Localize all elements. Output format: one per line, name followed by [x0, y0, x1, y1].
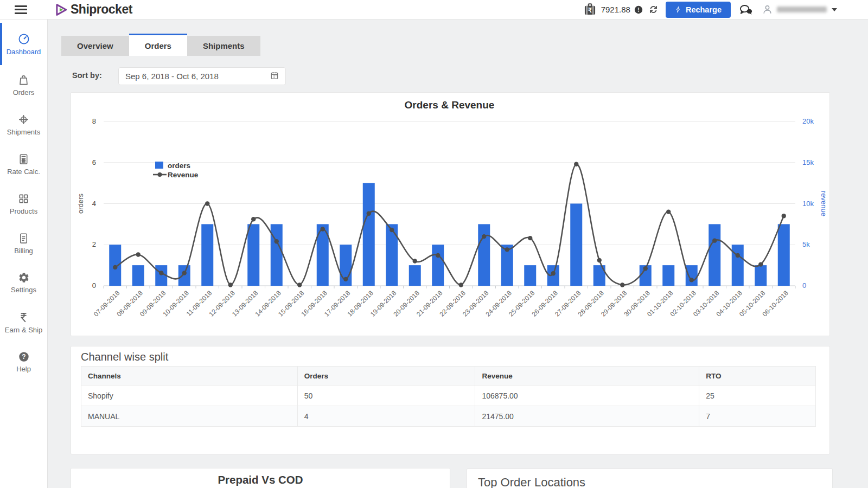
- billing-document-icon: [17, 232, 30, 245]
- user-name-blurred[interactable]: [777, 7, 827, 12]
- dashboard-icon: [17, 33, 30, 46]
- col-header-rto: RTO: [699, 367, 816, 386]
- rupee-icon: [17, 311, 30, 324]
- table-cell: Shopify: [81, 386, 298, 406]
- sidebar: Dashboard Orders Shipments Rate Calc. Pr…: [0, 20, 48, 488]
- table-cell: 25: [699, 386, 816, 406]
- sidebar-item-label: Settings: [11, 286, 36, 294]
- brand-name: Shiprocket: [71, 2, 132, 17]
- svg-text:15k: 15k: [802, 158, 814, 166]
- channel-split-title: Channel wise split: [81, 351, 168, 363]
- chat-icon[interactable]: [739, 3, 754, 16]
- date-range-value: Sep 6, 2018 - Oct 6, 2018: [125, 72, 219, 81]
- sidebar-item-dashboard[interactable]: Dashboard: [0, 23, 47, 65]
- svg-text:8: 8: [92, 117, 96, 125]
- sidebar-item-label: Dashboard: [7, 48, 41, 56]
- sidebar-item-label: Help: [16, 365, 31, 373]
- col-header-revenue: Revenue: [475, 367, 699, 386]
- shiprocket-logo-icon: [53, 2, 69, 18]
- tab-orders[interactable]: Orders: [129, 34, 187, 56]
- top-order-locations-title: Top Order Locations: [478, 476, 832, 488]
- refresh-icon[interactable]: [649, 5, 658, 14]
- table-cell: 21475.00: [475, 406, 699, 427]
- tab-shipments[interactable]: Shipments: [187, 36, 260, 56]
- sidebar-item-help[interactable]: ? Help: [0, 342, 47, 382]
- calculator-icon: [17, 153, 30, 165]
- svg-text:0: 0: [802, 281, 806, 290]
- user-avatar-icon[interactable]: [762, 4, 773, 15]
- channel-table: Channels Orders Revenue RTO Shopify50106…: [81, 366, 816, 427]
- svg-text:10k: 10k: [802, 200, 814, 208]
- sidebar-item-billing[interactable]: Billing: [0, 223, 47, 263]
- chevron-down-icon[interactable]: [832, 8, 837, 11]
- svg-text:6: 6: [92, 158, 96, 166]
- calendar-icon: [270, 71, 279, 81]
- sidebar-item-label: Products: [10, 207, 37, 215]
- prepaid-vs-cod-card: Prepaid Vs COD: [71, 468, 450, 488]
- svg-text:Orders & Revenue: Orders & Revenue: [405, 99, 495, 111]
- shiprocket-logo[interactable]: Shiprocket: [53, 2, 132, 18]
- col-header-channels: Channels: [81, 367, 298, 386]
- hamburger-menu-icon[interactable]: [15, 5, 27, 14]
- shipments-target-icon: [17, 113, 30, 126]
- svg-text:Revenue: Revenue: [168, 171, 199, 179]
- sidebar-item-label: Shipments: [7, 128, 40, 136]
- table-cell: 7: [699, 406, 816, 427]
- table-cell: MANUAL: [81, 406, 298, 427]
- orders-revenue-chart: 0025k410k615k820kordersrevenueOrders & R…: [71, 93, 829, 336]
- svg-text:orders: orders: [168, 162, 190, 170]
- svg-text:orders: orders: [76, 194, 85, 214]
- sidebar-item-label: Billing: [14, 247, 33, 255]
- tab-label: Overview: [77, 41, 113, 50]
- sidebar-item-settings[interactable]: Settings: [0, 263, 47, 303]
- sidebar-item-products[interactable]: Products: [0, 184, 47, 223]
- svg-text:20k: 20k: [802, 117, 814, 125]
- table-cell: 50: [297, 386, 475, 406]
- svg-text:!: !: [637, 7, 639, 12]
- svg-text:2: 2: [92, 240, 96, 248]
- sidebar-item-label: Earn & Ship: [5, 326, 42, 334]
- date-range-input[interactable]: Sep 6, 2018 - Oct 6, 2018: [118, 67, 286, 85]
- svg-text:0: 0: [92, 281, 96, 290]
- tab-bar: Overview Orders Shipments: [61, 34, 260, 56]
- tab-overview[interactable]: Overview: [61, 36, 129, 56]
- sidebar-item-earn-ship[interactable]: Earn & Ship: [0, 303, 47, 342]
- tab-label: Orders: [145, 41, 171, 50]
- sidebar-item-label: Orders: [13, 88, 35, 97]
- svg-text:5k: 5k: [802, 240, 810, 248]
- sidebar-item-shipments[interactable]: Shipments: [0, 105, 47, 144]
- top-navbar: Shiprocket ₹ 7921.88 ! Recharge: [0, 0, 868, 20]
- table-cell: 4: [297, 406, 475, 427]
- info-icon[interactable]: !: [634, 5, 643, 14]
- table-cell: 106875.00: [475, 386, 699, 406]
- lightning-icon: [675, 5, 682, 14]
- svg-text:?: ?: [22, 353, 25, 361]
- wallet-balance: 7921.88: [601, 5, 630, 14]
- tab-label: Shipments: [203, 41, 245, 50]
- sidebar-item-label: Rate Calc.: [7, 168, 40, 176]
- recharge-label: Recharge: [686, 5, 722, 14]
- orders-bag-icon: [17, 74, 30, 86]
- wallet-icon: ₹: [583, 2, 597, 17]
- sort-by-label: Sort by:: [72, 71, 102, 80]
- help-icon: ?: [18, 351, 30, 363]
- col-header-orders: Orders: [297, 367, 475, 386]
- settings-gear-icon: [18, 272, 30, 284]
- sidebar-item-rate-calc[interactable]: Rate Calc.: [0, 144, 47, 184]
- sidebar-item-orders[interactable]: Orders: [0, 65, 47, 105]
- table-header-row: Channels Orders Revenue RTO: [81, 367, 816, 386]
- main-content: Overview Orders Shipments Sort by: Sep 6…: [48, 20, 868, 488]
- recharge-button[interactable]: Recharge: [666, 2, 731, 18]
- table-row: MANUAL421475.007: [81, 406, 816, 427]
- table-row: Shopify50106875.0025: [81, 386, 816, 406]
- orders-revenue-chart-card: 0025k410k615k820kordersrevenueOrders & R…: [71, 92, 830, 336]
- prepaid-vs-cod-title: Prepaid Vs COD: [71, 473, 450, 486]
- svg-text:₹: ₹: [588, 7, 592, 14]
- svg-text:4: 4: [92, 200, 96, 208]
- channel-wise-split-card: Channel wise split Channels Orders Reven…: [71, 346, 830, 454]
- products-grid-icon: [17, 192, 30, 205]
- top-order-locations-card: Top Order Locations: [467, 468, 833, 488]
- svg-text:revenue: revenue: [820, 191, 828, 216]
